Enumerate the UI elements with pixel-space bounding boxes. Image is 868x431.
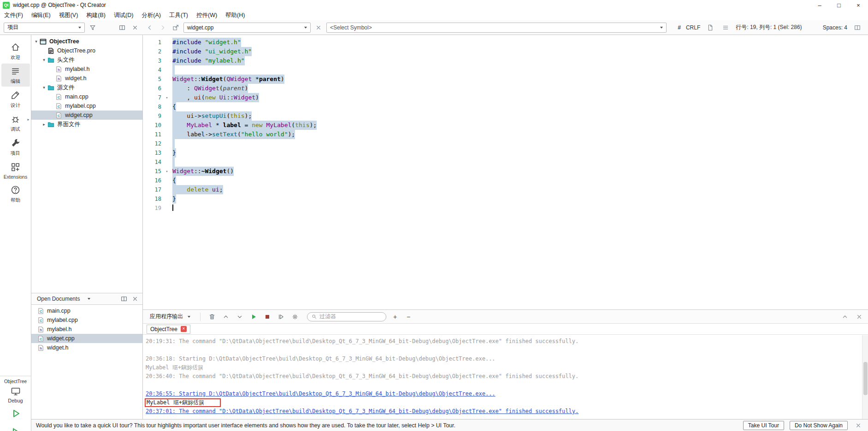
output-tab[interactable]: ObjectTree ×	[147, 325, 190, 334]
attach-run-icon[interactable]	[276, 312, 286, 322]
tree-item-main-cpp[interactable]: Cmain.cpp	[31, 92, 142, 101]
code-line-13[interactable]: 13}	[143, 148, 868, 157]
tree-item-headers[interactable]: ▾头文件	[31, 55, 142, 64]
close-pane-icon[interactable]	[130, 294, 140, 304]
docs-pane-selector[interactable]: Open Documents	[34, 294, 94, 304]
code-line-18[interactable]: 18}	[143, 194, 868, 204]
open-doc-widget-cpp[interactable]: Cwidget.cpp	[31, 334, 142, 343]
fold-marker-icon[interactable]: ▾	[161, 167, 172, 176]
minimize-icon[interactable]: –	[810, 0, 829, 10]
settings-icon[interactable]	[290, 312, 300, 322]
menu-debug[interactable]: 调试(D)	[110, 11, 137, 20]
open-doc-mylabel-cpp[interactable]: Cmylabel.cpp	[31, 315, 142, 325]
filter-tree-icon[interactable]	[88, 23, 98, 33]
open-in-window-icon[interactable]	[171, 23, 181, 33]
application-output[interactable]: 20:19:31: The command "D:\QtData\ObjectT…	[143, 335, 868, 419]
menu-view[interactable]: 视图(V)	[55, 11, 83, 20]
menu-widgets[interactable]: 控件(W)	[192, 11, 221, 20]
code-line-17[interactable]: 17 delete ui;	[143, 185, 868, 194]
tree-item-mylabel-cpp[interactable]: Cmylabel.cpp	[31, 101, 142, 111]
output-scrollbar[interactable]	[862, 335, 868, 419]
infobar-close-icon[interactable]	[853, 420, 863, 431]
tree-item-mylabel-h[interactable]: hmylabel.h	[31, 64, 142, 74]
dismiss-tour-button[interactable]: Do Not Show Again	[790, 421, 848, 430]
menu-tools[interactable]: 工具(T)	[165, 11, 192, 20]
code-line-6[interactable]: 6 : QWidget(parent)	[143, 84, 868, 93]
line-ending-selector[interactable]: CRLF	[686, 24, 700, 31]
mode-design[interactable]: 设计	[1, 87, 30, 111]
tree-item-root[interactable]: ▾ObjectTree	[31, 37, 142, 46]
code-line-9[interactable]: 9 ui->setupUi(this);	[143, 111, 868, 121]
expander-icon[interactable]: ▾	[41, 85, 47, 90]
menu-edit[interactable]: 编辑(E)	[27, 11, 55, 20]
mode-welcome[interactable]: 欢迎	[1, 40, 30, 63]
zoom-in-button[interactable]: +	[390, 313, 400, 320]
code-line-14[interactable]: 14	[143, 157, 868, 167]
output-filter-input[interactable]: 过滤器	[307, 312, 386, 321]
scrollbar-thumb[interactable]	[863, 362, 868, 395]
menu-build[interactable]: 构建(B)	[82, 11, 110, 20]
go-back-icon[interactable]	[145, 23, 155, 33]
close-output-icon[interactable]	[854, 312, 864, 322]
code-line-5[interactable]: 5Widget::Widget(QWidget *parent)	[143, 75, 868, 84]
code-line-8[interactable]: 8{	[143, 102, 868, 111]
split-pane-icon[interactable]	[119, 294, 129, 304]
split-editor-icon[interactable]	[852, 23, 862, 33]
hash-button[interactable]: #	[678, 24, 681, 31]
clear-output-icon[interactable]	[207, 312, 217, 322]
menu-help[interactable]: 帮助(H)	[221, 11, 249, 20]
debug-run-button[interactable]	[10, 426, 21, 431]
mode-extensions[interactable]: Extensions	[1, 159, 30, 181]
code-line-15[interactable]: 15▾Widget::~Widget()	[143, 167, 868, 176]
document-selector[interactable]: widget.cpp	[183, 23, 311, 33]
take-tour-button[interactable]: Take UI Tour	[743, 421, 784, 430]
close-tab-icon[interactable]: ×	[181, 326, 187, 332]
tree-item-widget-h[interactable]: hwidget.h	[31, 74, 142, 83]
close-icon[interactable]: ×	[849, 0, 868, 10]
go-forward-icon[interactable]	[158, 23, 168, 33]
symbol-selector[interactable]: <Select Symbol>	[326, 23, 667, 33]
close-pane-icon[interactable]	[130, 23, 140, 33]
menu-analyze[interactable]: 分析(A)	[137, 11, 165, 20]
maximize-pane-icon[interactable]	[840, 312, 850, 322]
open-doc-widget-h[interactable]: hwidget.h	[31, 343, 142, 352]
zoom-out-button[interactable]: −	[404, 313, 413, 320]
code-line-2[interactable]: 2#include "ui_widget.h"	[143, 47, 868, 56]
fold-marker-icon[interactable]: ▾	[161, 93, 172, 102]
mode-projects[interactable]: 项目	[1, 135, 30, 158]
code-line-12[interactable]: 12	[143, 139, 868, 148]
code-line-16[interactable]: 16{	[143, 176, 868, 185]
code-line-10[interactable]: 10 MyLabel * label = new MyLabel(this);	[143, 121, 868, 130]
tree-item-sources[interactable]: ▾源文件	[31, 83, 142, 92]
output-pane-selector[interactable]: 应用程序输出	[147, 312, 194, 322]
mode-edit[interactable]: 编辑	[1, 64, 30, 87]
code-line-19[interactable]: 19	[143, 204, 868, 213]
run-icon[interactable]	[248, 312, 259, 322]
mode-debug[interactable]: 调试▸	[1, 111, 30, 134]
code-line-7[interactable]: 7▾ , ui(new Ui::Widget)	[143, 93, 868, 102]
code-line-1[interactable]: 1#include "widget.h"	[143, 38, 868, 47]
close-document-icon[interactable]	[313, 23, 324, 33]
pane-selector[interactable]: 项目	[4, 23, 85, 33]
expander-icon[interactable]: ▾	[41, 58, 47, 62]
next-item-icon[interactable]	[235, 312, 245, 322]
mode-help[interactable]: 帮助	[1, 182, 30, 205]
expander-icon[interactable]: ▸	[41, 122, 47, 127]
kit-selector[interactable]: ObjectTree Debug	[0, 376, 31, 403]
indent-settings[interactable]: Spaces: 4	[823, 24, 847, 31]
previous-item-icon[interactable]	[221, 312, 231, 322]
expander-icon[interactable]: ▾	[33, 39, 39, 44]
tree-item-widget-cpp[interactable]: Cwidget.cpp	[31, 111, 142, 120]
open-doc-mylabel-h[interactable]: hmylabel.h	[31, 325, 142, 334]
tree-item-forms[interactable]: ▸界面文件	[31, 120, 142, 129]
tree-item-pro[interactable]: ObjectTree.pro	[31, 46, 142, 55]
code-line-4[interactable]: 4	[143, 65, 868, 75]
code-editor[interactable]: 1#include "widget.h"2#include "ui_widget…	[143, 35, 868, 309]
outline-icon[interactable]	[720, 23, 731, 33]
split-pane-icon[interactable]	[117, 23, 127, 33]
menu-file[interactable]: 文件(F)	[0, 11, 27, 20]
stop-icon[interactable]	[262, 312, 272, 322]
code-line-11[interactable]: 11 label->setText("hello world");	[143, 130, 868, 139]
encoding-icon[interactable]	[705, 23, 715, 33]
maximize-icon[interactable]: □	[829, 0, 849, 10]
